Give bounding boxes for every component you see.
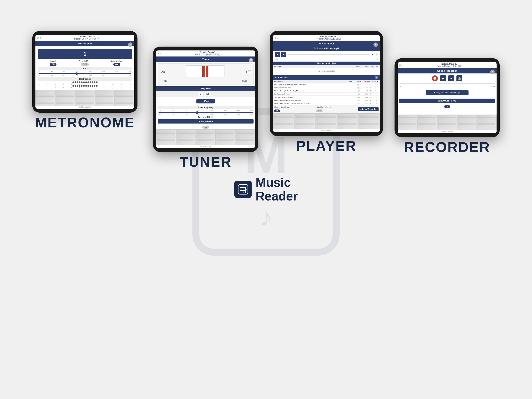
recorder-label: RECORDER [404, 139, 490, 155]
recorder-close-button[interactable]: ✕ [490, 70, 495, 74]
add-audio-button[interactable]: + [375, 76, 378, 79]
recorder-top-bar: ⊞ ◁ Prelude, Opus 45 Frédéric Chopin (18… [398, 62, 497, 68]
beat-labels-bottom: 123456789101112 [38, 87, 132, 89]
tuner-needle [205, 66, 206, 77]
show-music-toggle[interactable]: ON [113, 63, 120, 66]
tuner-needle-area [186, 65, 225, 77]
beat-dot [85, 85, 87, 87]
metronome-close-button[interactable]: ✕ [128, 42, 133, 47]
tuner-menu-toggle-btn[interactable]: OFF [202, 126, 209, 129]
note-do-selector[interactable]: Do [205, 92, 211, 96]
all-type-col: TYPE [345, 81, 355, 82]
recorder-score-title: Prelude, Opus 45 [403, 63, 495, 65]
scissors-icon[interactable]: ✂ [371, 52, 374, 57]
show-top-menu-toggle[interactable]: ON [274, 109, 280, 112]
play-previous-button[interactable]: ▶ Play Previous Recordings [426, 90, 469, 95]
recorder-quick-menu-toggle[interactable]: ON [398, 104, 497, 109]
auto-play-toggle-btn[interactable]: OFF [316, 109, 323, 112]
beat-dot [79, 81, 80, 83]
tempo-slider[interactable] [38, 73, 132, 74]
record-button[interactable] [432, 75, 438, 81]
tuner-panel-header: Tuner [156, 57, 255, 62]
freq-label: Tuner Frequency [158, 106, 253, 109]
recorder-play-button[interactable]: ▶ [440, 75, 446, 81]
tempo-slider-labels: 306090120150180210240 [38, 71, 132, 73]
play-note-header: Play Note [156, 86, 255, 90]
main-container: ⊞ ◁ Prelude, Opus 45 Frédéric Chopin (18… [13, 19, 519, 380]
recorder-public-domain: Public Domain [398, 130, 497, 133]
score-thumb-2 [176, 129, 196, 145]
recorder-tablet: ⊞ ◁ Prelude, Opus 45 Frédéric Chopin (18… [394, 58, 500, 137]
score-thumb-2 [55, 90, 75, 106]
beat-dots-bottom [38, 85, 132, 87]
score-thumb-5 [358, 114, 380, 129]
play-note-button[interactable]: ♪ Play [196, 99, 215, 103]
recorder-top-icons: ⊞ ◁ [399, 64, 403, 66]
tuner-score-title: Prelude, Opus 45 [161, 51, 253, 53]
attached-table-header: FILE NAME TYPE SIZE DETACH [273, 65, 380, 68]
player-close-button[interactable]: ✕ [374, 42, 378, 47]
beat-dot [92, 81, 93, 83]
app-name-line1: Music [256, 176, 298, 189]
score-thumb-1 [156, 129, 176, 145]
beat-dot [79, 85, 80, 87]
player-top-icons: ⊞ ◁ [275, 37, 278, 39]
tuner-menu-toggle[interactable]: OFF [156, 124, 255, 129]
share-icon[interactable]: ↗ [375, 53, 378, 57]
all-audio-header: All Audio Files + [273, 75, 380, 80]
progress-bar[interactable] [287, 54, 370, 55]
score-thumb-5 [235, 129, 255, 145]
tuner-show-menu-header: Show In Menu [158, 119, 253, 123]
beat-dot [72, 85, 74, 87]
beat-count-label: Beat Count [38, 77, 132, 81]
player-score-title: Prelude, Opus 45 [278, 36, 378, 38]
beat-dot [83, 81, 85, 83]
recorder-save-button[interactable]: 💾 [456, 75, 462, 81]
quick-menu-toggle-btn[interactable]: ON [444, 105, 450, 108]
tuner-close-button[interactable]: ✕ [249, 58, 253, 62]
note-c-selector[interactable]: C [198, 92, 203, 96]
audio-row-4: But Beautiful (C-2).mp3 mp3 255 ✕ ✎ [273, 93, 380, 96]
recorder-slider[interactable] [399, 83, 495, 84]
tuner-tablet: ⊞ ◁ Prelude, Opus 45 Frédéric Chopin (18… [153, 46, 258, 152]
tempo-label: Tempo [38, 67, 132, 70]
player-panel-header: Music Player [273, 41, 380, 46]
app-name: Music Reader [256, 176, 298, 203]
metronome-composer: Frédéric Chopin (1810-1849) [41, 38, 133, 40]
player-section: ⊞ ◁ Prelude, Opus 45 Frédéric Chopin (18… [272, 31, 381, 154]
tuner-top-bar: ⊞ ◁ Prelude, Opus 45 Frédéric Chopin (18… [156, 51, 255, 57]
all-attach-col: ATTACH [371, 81, 379, 82]
recorder-stop-button[interactable]: ■ [448, 75, 454, 81]
metronome-screen: ⊞ ◁ Prelude, Opus 45 Frédéric Chopin (18… [35, 35, 134, 109]
stop-button[interactable]: ■ [281, 52, 286, 57]
audio-row-5: All Of Me ( C Nothing ).mp3 mp3 135 ✕ ✎ [273, 96, 380, 99]
sound-toggle[interactable]: ON [50, 63, 57, 66]
freq-slider[interactable] [158, 112, 253, 113]
tuner-top-icons: ⊞ ◁ [158, 52, 161, 55]
all-audio-table-header: FILE NAME TYPE SIZE DELETE ATTACH [273, 80, 380, 83]
beat-dot [77, 85, 78, 87]
auto-play-area: Auto Play Attached OFF [316, 106, 357, 112]
player-controls: ▶ ■ ✂ ↗ [273, 51, 380, 58]
recorder-controls: ▶ ■ 💾 [398, 73, 497, 83]
score-thumb-2 [294, 114, 316, 129]
score-thumb-3 [196, 129, 215, 145]
score-thumb-3 [75, 90, 95, 106]
note-selectors: C Do - [156, 90, 255, 97]
recorder-time-total: 0:00 [491, 85, 495, 87]
note-right: Do# [242, 79, 247, 83]
beat-dot [88, 81, 89, 83]
play-button[interactable]: ▶ [275, 52, 280, 57]
recorder-time-current: 0:00 [399, 85, 403, 87]
all-audio-title: All Audio Files [275, 77, 288, 79]
score-thumb-1 [273, 114, 294, 129]
player-top-bar: ⊞ ◁ Prelude, Opus 45 Frédéric Chopin (18… [273, 35, 380, 41]
note-left: C# [164, 79, 167, 83]
score-thumb-4 [457, 115, 477, 130]
score-thumb-4 [337, 114, 359, 129]
time-current: 0:00 [275, 58, 279, 60]
show-menu-toggle[interactable]: OFF [81, 63, 89, 66]
beat-dot [85, 81, 87, 83]
sound-recorder-button[interactable]: ♪ Sound Recorder [358, 107, 379, 111]
score-thumb-4 [95, 90, 115, 106]
